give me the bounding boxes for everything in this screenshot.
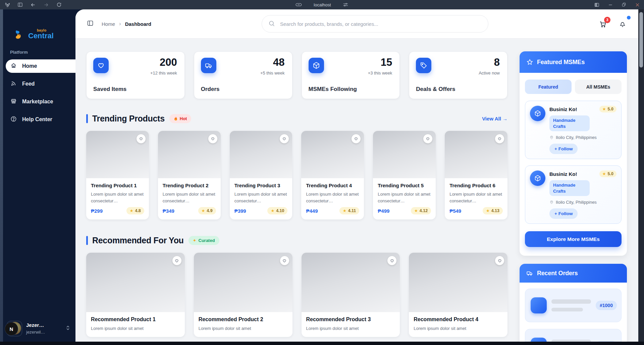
page: localhost <box>0 0 644 345</box>
product-image <box>86 253 185 312</box>
product-card[interactable]: Recommended Product 4 Lorem ipsum dolor … <box>409 253 507 337</box>
favorite-button[interactable] <box>423 134 432 143</box>
product-card[interactable]: Recommended Product 1 Lorem ipsum dolor … <box>86 253 185 337</box>
stat-value: 200 <box>160 56 177 68</box>
msme-category-badge: Handmade Crafts <box>549 115 590 131</box>
stat-card-orders: 48 +5 this week Orders <box>194 51 292 99</box>
section-accent-bar <box>86 114 88 123</box>
recommended-products-grid: Recommended Product 1 Lorem ipsum dolor … <box>86 253 507 337</box>
product-card[interactable]: Trending Product 4 Lorem ipsum dolor sit… <box>301 131 364 219</box>
stat-value: 48 <box>273 56 284 68</box>
forward-icon[interactable] <box>43 2 49 8</box>
favorite-button[interactable] <box>280 134 289 143</box>
stat-label: Orders <box>201 86 220 93</box>
close-icon[interactable] <box>635 2 640 7</box>
heart-icon <box>211 137 215 141</box>
minimize-icon[interactable] <box>608 2 613 7</box>
favorite-button[interactable] <box>280 256 289 265</box>
order-row[interactable]: #1000 <box>525 289 622 322</box>
favorite-button[interactable] <box>172 256 181 265</box>
favorite-button[interactable] <box>137 134 146 143</box>
home-icon <box>10 62 17 70</box>
browser-panel-icon[interactable] <box>594 2 599 7</box>
trending-title: Trending Products <box>92 114 165 124</box>
notifications-button[interactable] <box>619 20 627 28</box>
sidebar-item-marketplace[interactable]: Marketplace <box>6 95 75 108</box>
sidebar-item-label: Help Center <box>22 116 52 122</box>
cart-button[interactable]: 3 <box>599 20 607 28</box>
product-title: Trending Product 6 <box>449 183 503 188</box>
explore-more-msmes-button[interactable]: Explore More MSMEs <box>525 231 622 247</box>
restore-icon[interactable] <box>622 2 626 7</box>
heart-icon <box>390 258 394 263</box>
view-all-link[interactable]: View All → <box>482 116 507 121</box>
heart-icon <box>354 137 358 141</box>
favorite-button[interactable] <box>387 256 396 265</box>
star-icon: ★ <box>271 208 274 213</box>
product-card[interactable]: Recommended Product 3 Lorem ipsum dolor … <box>302 253 400 337</box>
recent-orders-header: Recent Orders <box>520 264 627 283</box>
reload-icon[interactable] <box>56 2 62 7</box>
msme-card[interactable]: Businiz Ko! ★5.0 Handmade Crafts <box>525 165 622 224</box>
product-price: ₱499 <box>378 208 389 214</box>
product-card[interactable]: Trending Product 1 Lorem ipsum dolor sit… <box>86 131 149 219</box>
product-price: ₱399 <box>234 208 246 214</box>
user-profile[interactable]: N Jezer… jezerwil… <box>0 316 75 345</box>
favorite-button[interactable] <box>495 134 504 143</box>
tab-all-msmes[interactable]: All MSMEs <box>575 80 622 94</box>
star-icon: ★ <box>343 208 346 213</box>
star-icon: ★ <box>130 208 133 213</box>
stat-sub: +5 this week <box>260 70 285 76</box>
favorite-button[interactable] <box>352 134 361 143</box>
breadcrumb-current[interactable]: Dashboard <box>125 21 151 27</box>
product-card[interactable]: Trending Product 6 Lorem ipsum dolor sit… <box>445 131 507 219</box>
url-text[interactable]: localhost <box>314 2 331 7</box>
msme-rating-badge: ★5.0 <box>599 170 616 177</box>
follow-button[interactable]: + Follow <box>549 208 578 219</box>
browser-app-icon[interactable] <box>5 2 10 7</box>
topbar: Home › Dashboard <box>75 9 644 39</box>
browser-sidebar-icon[interactable] <box>17 2 23 7</box>
rating-badge: ★4.13 <box>483 207 503 214</box>
rating-badge: ★4.9 <box>198 207 216 214</box>
product-card[interactable]: Trending Product 2 Lorem ipsum dolor sit… <box>158 131 221 219</box>
product-title: Recommended Product 1 <box>91 316 180 323</box>
back-icon[interactable] <box>30 2 36 8</box>
scrollbar-thumb[interactable] <box>639 12 643 67</box>
follow-button[interactable]: + Follow <box>549 144 578 154</box>
product-card[interactable]: Trending Product 3 Lorem ipsum dolor sit… <box>230 131 292 219</box>
msme-card[interactable]: Businiz Ko! ★5.0 Handmade Crafts <box>525 101 622 159</box>
recent-orders-panel: Recent Orders #1000 <box>520 264 627 345</box>
sidebar-item-help-center[interactable]: Help Center <box>6 113 75 126</box>
truck-icon <box>201 58 216 73</box>
section-accent-bar <box>86 236 88 245</box>
heart-icon <box>93 58 109 73</box>
stat-card-deals-offers: 8 Active now Deals & Offers <box>409 51 507 99</box>
rating-badge: ★4.8 <box>126 207 144 214</box>
product-image <box>445 131 507 178</box>
product-image <box>302 253 400 312</box>
store-icon <box>10 98 17 106</box>
heart-icon <box>282 137 286 141</box>
product-card[interactable]: Recommended Product 2 Lorem ipsum dolor … <box>194 253 292 337</box>
product-card[interactable]: Trending Product 5 Lorem ipsum dolor sit… <box>373 131 436 219</box>
sidebar-edge-strip <box>0 9 3 345</box>
tab-featured[interactable]: Featured <box>525 80 572 94</box>
star-icon: ★ <box>602 107 606 111</box>
product-title: Trending Product 1 <box>91 183 144 188</box>
app-logo[interactable]: baylo Central <box>0 9 75 40</box>
product-title: Trending Product 3 <box>234 183 288 188</box>
favorite-button[interactable] <box>495 256 504 265</box>
sidebar-item-home[interactable]: Home <box>6 59 75 73</box>
breadcrumb-home[interactable]: Home <box>102 21 115 27</box>
tuning-icon[interactable] <box>343 2 348 7</box>
sidebar-item-feed[interactable]: Feed <box>6 77 75 91</box>
favorite-button[interactable] <box>208 134 217 143</box>
product-price: ₱349 <box>163 208 174 214</box>
site-permissions-icon[interactable] <box>296 3 302 7</box>
stat-sub: +3 this week <box>368 70 392 76</box>
sidebar: baylo Central Platform Home <box>0 9 75 345</box>
chevron-up-down-icon[interactable] <box>66 325 70 332</box>
search-input[interactable] <box>262 15 488 33</box>
sidebar-toggle-icon[interactable] <box>87 20 94 28</box>
